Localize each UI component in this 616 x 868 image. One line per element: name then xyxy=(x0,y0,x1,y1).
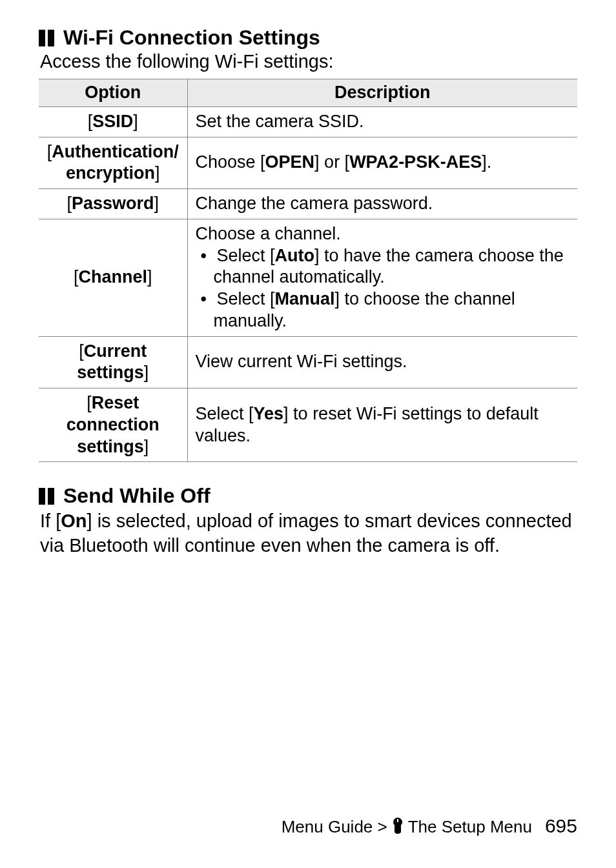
desc-before: Choose [ xyxy=(196,152,265,172)
section-body-send: If [On] is selected, upload of images to… xyxy=(40,509,577,558)
desc-after: ]. xyxy=(482,152,491,172)
page-number: 695 xyxy=(545,815,577,837)
option-cell: [Reset connection settings] xyxy=(39,389,187,462)
bullet-bold: Manual xyxy=(275,289,335,308)
bracket-open: [ xyxy=(79,341,84,361)
wrench-icon xyxy=(392,817,404,838)
desc-cell: View current Wi-Fi settings. xyxy=(187,336,577,389)
bullet-pre: Select [ xyxy=(216,289,274,308)
table-row: [Password] Change the camera password. xyxy=(39,189,577,219)
option-cell: [SSID] xyxy=(39,106,187,137)
desc-bullets: Select [Auto] to have the camera choose … xyxy=(196,245,570,332)
desc-text: Set the camera SSID. xyxy=(196,112,364,131)
desc-cell: Set the camera SSID. xyxy=(187,106,577,137)
desc-text: View current Wi-Fi settings. xyxy=(196,352,407,371)
desc-bold1: OPEN xyxy=(265,152,315,172)
page: Wi-Fi Connection Settings Access the fol… xyxy=(0,0,616,868)
breadcrumb: Menu Guide > The Setup Menu xyxy=(282,817,532,838)
double-bar-icon xyxy=(39,488,54,505)
footer: Menu Guide > The Setup Menu 695 xyxy=(282,815,577,838)
option-cell: [Channel] xyxy=(39,219,187,336)
bracket-close: ] xyxy=(154,194,159,213)
double-bar-icon xyxy=(39,30,54,46)
desc-cell: Choose a channel. Select [Auto] to have … xyxy=(187,219,577,336)
option-label: SSID xyxy=(92,112,133,131)
th-description: Description xyxy=(187,79,577,107)
option-cell: [Authentication/ encryption] xyxy=(39,137,187,189)
option-cell: [Current settings] xyxy=(39,336,187,389)
bracket-close: ] xyxy=(144,363,149,382)
desc-lead: Choose a channel. xyxy=(196,223,570,245)
desc-bold2: WPA2-PSK-AES xyxy=(349,152,482,172)
body-bold: On xyxy=(61,510,87,531)
bracket-close: ] xyxy=(147,267,152,287)
option-cell: [Password] xyxy=(39,189,187,219)
table-row: [Channel] Choose a channel. Select [Auto… xyxy=(39,219,577,336)
breadcrumb-after: The Setup Menu xyxy=(404,817,532,836)
th-option: Option xyxy=(39,79,187,107)
section-subtitle-wifi: Access the following Wi-Fi settings: xyxy=(40,51,577,72)
desc-before: Select [ xyxy=(196,404,254,423)
list-item: Select [Auto] to have the camera choose … xyxy=(196,245,570,289)
table-row: [SSID] Set the camera SSID. xyxy=(39,106,577,137)
bullet-bold: Auto xyxy=(275,246,314,265)
bracket-open: [ xyxy=(87,393,92,412)
wifi-settings-table: Option Description [SSID] Set the camera… xyxy=(39,79,577,462)
table-row: [Authentication/ encryption] Choose [OPE… xyxy=(39,137,577,189)
desc-mid: ] or [ xyxy=(314,152,349,172)
option-label: Password xyxy=(72,194,154,213)
desc-bold1: Yes xyxy=(254,404,284,423)
table-row: [Current settings] View current Wi-Fi se… xyxy=(39,336,577,389)
desc-cell: Choose [OPEN] or [WPA2-PSK-AES]. xyxy=(187,137,577,189)
bracket-close: ] xyxy=(144,437,149,456)
desc-cell: Select [Yes] to reset Wi-Fi settings to … xyxy=(187,389,577,462)
body-after: ] is selected, upload of images to smart… xyxy=(40,510,572,556)
body-before: If [ xyxy=(40,510,61,531)
spacer xyxy=(39,462,577,484)
breadcrumb-before: Menu Guide > xyxy=(282,817,392,836)
option-label: Channel xyxy=(78,267,147,287)
section-title-wifi: Wi-Fi Connection Settings xyxy=(63,26,320,50)
bracket-close: ] xyxy=(155,163,160,183)
section-heading-wifi: Wi-Fi Connection Settings xyxy=(39,26,577,50)
list-item: Select [Manual] to choose the channel ma… xyxy=(196,288,570,332)
table-row: [Reset connection settings] Select [Yes]… xyxy=(39,389,577,462)
option-label: Current settings xyxy=(77,341,147,383)
section-heading-send: Send While Off xyxy=(39,484,577,508)
desc-cell: Change the camera password. xyxy=(187,189,577,219)
section-title-send: Send While Off xyxy=(63,484,210,508)
table-header-row: Option Description xyxy=(39,79,577,107)
bullet-pre: Select [ xyxy=(216,246,274,265)
desc-text: Change the camera password. xyxy=(196,194,433,213)
bracket-open: [ xyxy=(67,194,72,213)
bracket-close: ] xyxy=(133,112,138,131)
